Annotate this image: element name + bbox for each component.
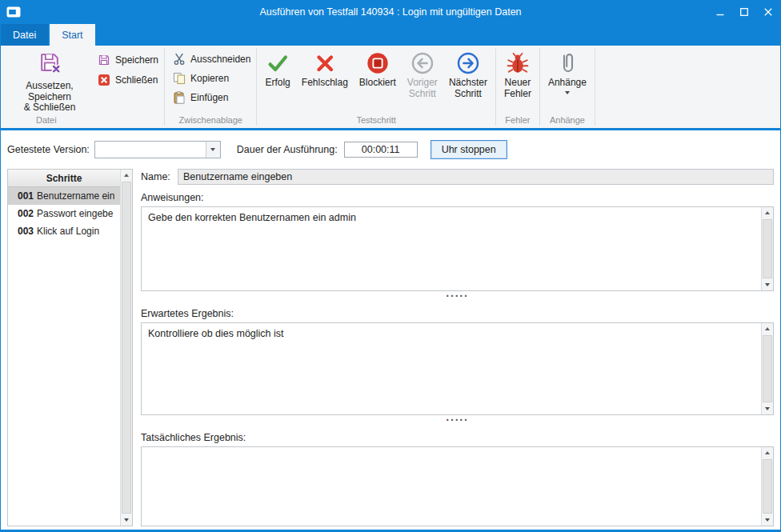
instructions-field[interactable]: Gebe den korrekten Benutzernamen ein adm… (141, 206, 774, 291)
ribbon-group-label-datei: Datei (2, 115, 164, 128)
save-button[interactable]: Speichern (94, 53, 162, 67)
actual-result-field[interactable] (141, 446, 774, 526)
step-item-002[interactable]: 002 Passwort eingebe (8, 205, 120, 222)
toolbar-row: Getestete Version: Dauer der Ausführung:… (1, 130, 780, 164)
scrollbar-track[interactable] (762, 458, 773, 514)
close-icon (764, 5, 772, 19)
ribbon-group-label-fehler: Fehler (496, 115, 539, 128)
step-item-001[interactable]: 001 Benutzername ein (8, 187, 120, 205)
chevron-down-icon (565, 91, 570, 94)
scrollbar-thumb[interactable] (763, 459, 772, 514)
expected-result-field[interactable]: Kontrolliere ob dies möglich ist (141, 322, 774, 415)
scrollbar-track[interactable] (762, 218, 773, 279)
paste-button[interactable]: Einfügen (170, 90, 231, 105)
scrollbar-thumb[interactable] (763, 335, 772, 402)
combo-dropdown-button[interactable] (206, 142, 220, 158)
ribbon-group-anhaenge: Anhänge Anhänge (540, 46, 595, 128)
bug-icon (506, 50, 530, 76)
name-field[interactable]: Benutzername eingeben (178, 169, 774, 185)
copy-button[interactable]: Kopieren (170, 71, 232, 86)
instructions-scrollbar[interactable] (761, 207, 773, 290)
close-button[interactable] (756, 0, 780, 24)
ribbon-tabrow: Datei Start (1, 24, 780, 46)
ribbon-group-datei: Aussetzen, Speichern & Schließen (2, 46, 164, 128)
expected-result-text: Kontrolliere ob dies möglich ist (142, 323, 761, 414)
save-close-icon (38, 50, 62, 78)
window-controls (708, 0, 780, 24)
close-document-icon (98, 74, 110, 86)
splitter-handle[interactable]: ····· (141, 291, 774, 301)
splitter-handle[interactable]: ····· (141, 415, 774, 425)
actual-result-text (142, 447, 761, 526)
steps-list: 001 Benutzername ein 002 Passwort eingeb… (8, 187, 120, 240)
blocked-button[interactable]: Blockiert (354, 49, 402, 89)
scroll-up-icon[interactable] (121, 170, 132, 181)
ribbon: Aussetzen, Speichern & Schließen (1, 46, 780, 128)
step-item-003[interactable]: 003 Klick auf Login (8, 222, 120, 240)
attachments-button[interactable]: Anhänge (543, 49, 592, 94)
expected-scrollbar[interactable] (761, 323, 773, 414)
instructions-text: Gebe den korrekten Benutzernamen ein adm… (142, 207, 761, 290)
next-step-button[interactable]: Nächster Schritt (443, 49, 493, 99)
minimize-button[interactable] (708, 0, 732, 24)
tested-version-label: Getestete Version: (7, 144, 90, 155)
scroll-up-icon[interactable] (762, 207, 773, 218)
ribbon-group-zwischenablage: Ausschneiden Kopieren (165, 46, 256, 128)
scroll-down-icon[interactable] (121, 514, 132, 526)
pass-button[interactable]: Erfolg (259, 49, 295, 89)
app-window: Ausführen von Testfall 140934 : Login mi… (0, 0, 781, 532)
fail-icon (313, 50, 337, 76)
chevron-down-icon (210, 148, 215, 151)
app-icon (6, 6, 21, 18)
suspend-save-close-label: Aussetzen, Speichern & Schließen (5, 81, 94, 114)
ribbon-group-testschritt: Erfolg Fehlschlag (257, 46, 495, 128)
tab-datei[interactable]: Datei (1, 24, 48, 46)
maximize-button[interactable] (732, 0, 756, 24)
close-document-button[interactable]: Schließen (94, 73, 162, 87)
instructions-label: Anweisungen: (141, 192, 774, 203)
content-area: Schritte 001 Benutzername ein 002 Passwo… (1, 164, 780, 530)
step-detail-pane: Name: Benutzername eingeben Anweisungen:… (141, 169, 774, 526)
scroll-down-icon[interactable] (762, 403, 773, 414)
paste-icon (173, 91, 186, 104)
scroll-up-icon[interactable] (762, 323, 773, 334)
tested-version-combo[interactable] (94, 141, 221, 158)
next-icon (456, 50, 480, 76)
scroll-up-icon[interactable] (762, 447, 773, 458)
scrollbar-thumb[interactable] (763, 219, 772, 278)
name-label: Name: (141, 171, 178, 182)
scrollbar-track[interactable] (121, 181, 132, 514)
ribbon-group-label-zwischenablage: Zwischenablage (165, 115, 256, 128)
tab-start[interactable]: Start (50, 24, 94, 46)
copy-icon (173, 72, 186, 85)
scrollbar-track[interactable] (762, 334, 773, 403)
actual-scrollbar[interactable] (761, 447, 773, 526)
expected-result-label: Erwartetes Ergebnis: (141, 308, 774, 319)
save-icon (98, 54, 110, 66)
scroll-down-icon[interactable] (762, 279, 773, 290)
attachment-icon (557, 50, 578, 76)
steps-panel: Schritte 001 Benutzername ein 002 Passwo… (7, 169, 133, 526)
suspend-save-close-button[interactable]: Aussetzen, Speichern & Schließen (5, 49, 94, 114)
previous-step-button[interactable]: Voriger Schritt (402, 49, 443, 99)
duration-label: Dauer der Ausführung: (237, 144, 338, 155)
actual-result-label: Tatsächliches Ergebnis: (141, 432, 774, 443)
previous-icon (411, 50, 435, 76)
window-title: Ausführen von Testfall 140934 : Login mi… (259, 6, 521, 18)
titlebar: Ausführen von Testfall 140934 : Login mi… (1, 0, 780, 24)
steps-header: Schritte (8, 170, 120, 187)
duration-field[interactable]: 00:00:11 (344, 142, 418, 158)
ribbon-group-label-testschritt: Testschritt (257, 115, 495, 128)
success-icon (266, 50, 290, 76)
blocked-icon (366, 50, 390, 76)
maximize-icon (740, 5, 748, 19)
fail-button[interactable]: Fehlschlag (296, 49, 354, 89)
cut-button[interactable]: Ausschneiden (170, 52, 254, 66)
steps-scrollbar[interactable] (120, 170, 132, 526)
new-defect-button[interactable]: Neuer Fehler (499, 49, 537, 99)
scroll-down-icon[interactable] (762, 514, 773, 526)
cut-icon (173, 53, 186, 66)
scrollbar-thumb[interactable] (122, 182, 131, 514)
minimize-icon (716, 5, 724, 19)
stop-clock-button[interactable]: Uhr stoppen (431, 140, 507, 159)
